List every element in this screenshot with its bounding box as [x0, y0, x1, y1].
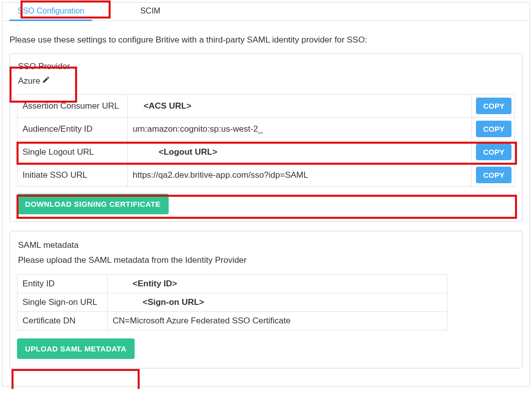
copy-button-audience[interactable]: COPY	[476, 121, 511, 137]
row-entity-id: Entity ID <Entity ID>	[18, 275, 447, 293]
pencil-icon[interactable]	[42, 76, 50, 86]
sso-provider-label: SSO Provider	[18, 62, 513, 72]
saml-metadata-subtext: Please upload the SAML metadata from the…	[18, 255, 514, 265]
sso-provider-block: SSO Provider Azure	[17, 61, 515, 89]
label-audience-entity-id: Audience/Entity ID	[18, 118, 128, 141]
copy-button-logout[interactable]: COPY	[476, 144, 511, 160]
value-single-logout-url: <Logout URL>	[128, 141, 472, 164]
value-single-signon-url: <Sign-on URL>	[108, 293, 447, 312]
label-entity-id: Entity ID	[18, 275, 108, 293]
row-initiate-sso-url: Initiate SSO URL https://qa2.dev.britive…	[18, 164, 515, 187]
row-single-logout-url: Single Logout URL <Logout URL> COPY	[18, 141, 515, 164]
download-signing-certificate-button[interactable]: DOWNLOAD SIGNING CERTIFICATE	[17, 194, 169, 214]
metadata-table: Entity ID <Entity ID> Single Sign-on URL…	[17, 274, 447, 330]
row-single-signon-url: Single Sign-on URL <Sign-on URL>	[18, 293, 447, 312]
row-certificate-dn: Certificate DN CN=Microsoft Azure Federa…	[18, 312, 447, 330]
copy-button-acs[interactable]: COPY	[476, 98, 511, 114]
tab-scim[interactable]: SCIM	[132, 3, 168, 21]
sso-provider-value-row: Azure	[18, 76, 513, 86]
upload-saml-metadata-button[interactable]: UPLOAD SAML METADATA	[17, 338, 135, 359]
value-certificate-dn: CN=Microsoft Azure Federated SSO Certifi…	[108, 312, 447, 330]
sso-settings-panel: SSO Provider Azure Assertion Consumer UR…	[10, 53, 522, 222]
instructions-text: Please use these settings to configure B…	[10, 35, 522, 45]
label-initiate-sso-url: Initiate SSO URL	[18, 164, 128, 187]
value-entity-id: <Entity ID>	[108, 275, 447, 293]
content-area: Please use these settings to configure B…	[3, 21, 529, 386]
sso-provider-value: Azure	[18, 76, 40, 86]
value-audience-entity-id: urn:amazon:cognito:sp:us-west-2_	[128, 118, 472, 141]
row-audience-entity-id: Audience/Entity ID urn:amazon:cognito:sp…	[18, 118, 515, 141]
label-single-logout-url: Single Logout URL	[18, 141, 128, 164]
url-settings-table: Assertion Consumer URL <ACS URL> COPY Au…	[17, 94, 515, 187]
row-assertion-consumer-url: Assertion Consumer URL <ACS URL> COPY	[18, 95, 515, 118]
tab-sso-configuration[interactable]: SSO Configuration	[10, 3, 92, 21]
saml-metadata-heading: SAML metadata	[18, 240, 514, 250]
label-certificate-dn: Certificate DN	[18, 312, 108, 330]
saml-metadata-panel: SAML metadata Please upload the SAML met…	[10, 231, 522, 368]
value-assertion-consumer-url: <ACS URL>	[128, 95, 472, 118]
copy-button-initiate[interactable]: COPY	[476, 167, 511, 183]
tab-bar: SSO Configuration SCIM	[3, 3, 529, 21]
label-single-signon-url: Single Sign-on URL	[18, 293, 108, 312]
label-assertion-consumer-url: Assertion Consumer URL	[18, 95, 128, 118]
sso-config-page: SSO Configuration SCIM Please use these …	[2, 2, 530, 387]
value-initiate-sso-url: https://qa2.dev.britive-app.com/sso?idp=…	[128, 164, 472, 187]
